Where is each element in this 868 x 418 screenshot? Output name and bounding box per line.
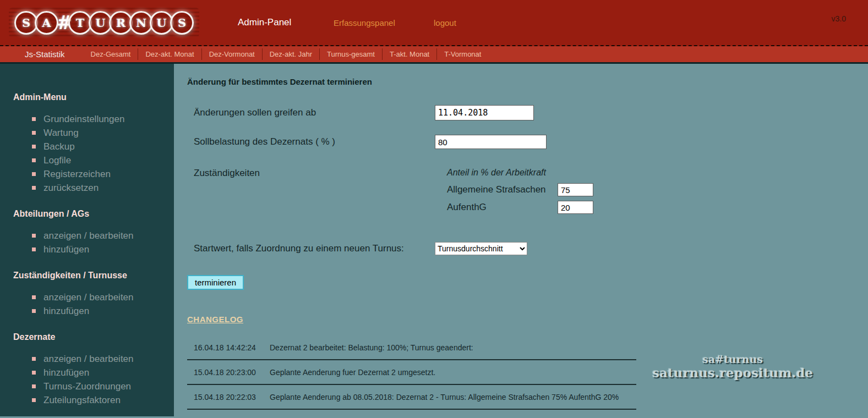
sidebar-section: Zuständigkeiten / Turnusse anzeigen / be… [13, 271, 174, 318]
square-bullet-icon [32, 357, 36, 361]
app-header: S A # T U R N U S Admin-Panel Erfassungs… [0, 0, 868, 46]
changelog-timestamp: 15.04.18 20:23:00 [194, 368, 270, 377]
sidebar-menu-item[interactable]: Turnus-Zuordnungen [32, 380, 174, 393]
startwert-select[interactable]: Turnusdurchschnitt [435, 242, 527, 255]
responsibility-name: Allgemeine Strafsachen [447, 184, 546, 195]
sidebar-section-title: Dezernate [13, 332, 174, 342]
sidebar-menu-item-label: Zuteilungsfaktoren [43, 393, 121, 407]
stats-nav-item[interactable]: Dez-akt. Jahr [262, 48, 319, 60]
square-bullet-icon [32, 398, 36, 402]
sidebar-menu-item-label: Logfile [43, 153, 71, 167]
stats-nav-item[interactable]: T-Vormonat [436, 48, 488, 60]
sidebar-menu-item[interactable]: Zuteilungsfaktoren [32, 393, 174, 407]
sidebar-menu-item[interactable]: zurücksetzen [32, 181, 174, 195]
square-bullet-icon [32, 295, 36, 299]
square-bullet-icon [32, 131, 36, 135]
stats-nav-items: Dez-GesamtDez-akt. MonatDez-VormonatDez-… [84, 46, 489, 62]
sidebar-menu-item[interactable]: Grundeinstellungen [32, 112, 174, 126]
changelog-timestamp: 15.04.18 20:22:03 [194, 393, 270, 402]
sidebar-menu-item-label: Turnus-Zuordnungen [43, 380, 131, 393]
stats-nav-item[interactable]: Dez-akt. Monat [138, 48, 201, 60]
watermark-app-name: sa#turnus [652, 353, 813, 365]
sidebar-section-title: Abteilungen / AGs [13, 209, 174, 219]
sidebar-section: Abteilungen / AGs anzeigen / bearbeiten … [13, 209, 174, 256]
sidebar-menu-item-label: Grundeinstellungen [43, 112, 124, 126]
square-bullet-icon [32, 371, 36, 375]
sidebar-menu-item-label: hinzufügen [43, 304, 89, 318]
stats-nav-item[interactable]: Dez-Gesamt [84, 48, 138, 60]
logo-letter: A [35, 11, 58, 35]
main-panel: Änderung für bestimmtes Dezernat termini… [174, 64, 868, 416]
changelog-link[interactable]: CHANGELOG [187, 315, 243, 324]
date-label: Änderungen sollen greifen ab [187, 107, 435, 118]
responsibility-row: AufenthG [447, 201, 593, 214]
sidebar-menu-item-label: Wartung [43, 126, 79, 140]
sidebar-section-list: anzeigen / bearbeiten hinzufügen Turnus-… [32, 352, 174, 407]
sidebar-menu-item[interactable]: hinzufügen [32, 366, 174, 380]
date-input[interactable] [435, 105, 534, 120]
load-percent-input[interactable] [435, 135, 547, 149]
sidebar-section: Admin-Menu Grundeinstellungen Wartung [13, 92, 174, 195]
stats-nav-item[interactable]: Dez-Vormonat [201, 48, 262, 60]
nav-js-statistik[interactable]: Js-Statistik [25, 50, 65, 59]
changelog-timestamp: 16.04.18 14:42:24 [194, 343, 270, 352]
share-header: Anteil in % der Arbeitkraft [447, 168, 600, 178]
page-title: Änderung für bestimmtes Dezernat termini… [187, 77, 868, 86]
responsibilities-block: Zuständigkeiten Anteil in % der Arbeitkr… [187, 168, 868, 218]
sidebar-menu-item-label: anzeigen / bearbeiten [43, 229, 134, 243]
sidebar-menu-item[interactable]: anzeigen / bearbeiten [32, 290, 174, 304]
sidebar-menu-item[interactable]: hinzufügen [32, 304, 174, 318]
stats-nav-item[interactable]: Turnus-gesamt [319, 48, 382, 60]
watermark-url: saturnus.repositum.de [652, 365, 813, 380]
terminieren-button[interactable]: terminieren [187, 275, 244, 290]
sidebar-section: Dezernate anzeigen / bearbeiten hinzufüg… [13, 332, 174, 407]
sidebar-menu-item-label: anzeigen / bearbeiten [43, 290, 134, 304]
square-bullet-icon [32, 248, 36, 251]
sidebar-menu-item[interactable]: hinzufügen [32, 243, 174, 256]
sidebar-menu-item[interactable]: Wartung [32, 126, 174, 140]
form-row-startwert: Startwert, falls Zuordnung zu einem neue… [187, 242, 868, 255]
sidebar-menu-item[interactable]: anzeigen / bearbeiten [32, 229, 174, 243]
square-bullet-icon [32, 234, 36, 238]
sidebar-section-title: Admin-Menu [13, 92, 174, 102]
startwert-label: Startwert, falls Zuordnung zu einem neue… [187, 243, 435, 254]
sidebar-menu-item[interactable]: Logfile [32, 153, 174, 167]
stats-nav-bar: Js-Statistik Dez-GesamtDez-akt. MonatDez… [0, 46, 868, 64]
sidebar-section-list: anzeigen / bearbeiten hinzufügen [32, 290, 174, 318]
square-bullet-icon [32, 117, 36, 121]
sidebar-menu-item-label: Registerzeichen [43, 167, 111, 181]
form-row-load: Sollbelastung des Dezernats ( % ) [187, 135, 868, 149]
sidebar-menu-item[interactable]: Registerzeichen [32, 167, 174, 181]
sidebar-section-list: anzeigen / bearbeiten hinzufügen [32, 229, 174, 256]
responsibility-percent-input[interactable] [558, 183, 593, 196]
changelog-message: Dezernat 2 bearbeitet: Belastung: 100%; … [270, 343, 636, 352]
square-bullet-icon [32, 384, 36, 388]
square-bullet-icon [32, 309, 36, 313]
sidebar-section-list: Grundeinstellungen Wartung Backup [32, 112, 174, 195]
responsibility-percent-input[interactable] [558, 201, 593, 214]
changelog-table: 16.04.18 14:42:24 Dezernat 2 bearbeitet:… [187, 336, 636, 410]
sidebar-menu-item[interactable]: anzeigen / bearbeiten [32, 352, 174, 366]
changelog-row: 15.04.18 20:22:03 Geplante Aenderung ab … [187, 385, 636, 410]
changelog-row: 16.04.18 14:42:24 Dezernat 2 bearbeitet:… [187, 336, 636, 360]
square-bullet-icon [32, 186, 36, 190]
sidebar-menu-item-label: Backup [43, 140, 75, 153]
load-label: Sollbelastung des Dezernats ( % ) [187, 136, 435, 147]
form-row-date: Änderungen sollen greifen ab [187, 105, 868, 120]
nav-admin-panel[interactable]: Admin-Panel [238, 17, 291, 28]
stats-nav-item[interactable]: T-akt. Monat [382, 48, 436, 60]
sidebar-menu-item[interactable]: Backup [32, 140, 174, 153]
responsibilities-label: Zuständigkeiten [187, 168, 435, 218]
sidebar-section-title: Zuständigkeiten / Turnusse [13, 271, 174, 280]
square-bullet-icon [32, 145, 36, 148]
changelog-row: 15.04.18 20:23:00 Geplante Aenderung fue… [187, 360, 636, 385]
nav-erfassungspanel[interactable]: Erfassungspanel [334, 18, 395, 28]
sidebar-menu-item-label: hinzufügen [43, 243, 89, 256]
nav-logout[interactable]: logout [434, 18, 456, 28]
changelog-message: Geplante Aenderung ab 08.05.2018: Dezern… [270, 393, 636, 402]
responsibilities-list: Anteil in % der Arbeitkraft Allgemeine S… [435, 168, 600, 218]
changelog-message: Geplante Aenderung fuer Dezernat 2 umges… [270, 368, 636, 377]
sidebar-menu-item-label: anzeigen / bearbeiten [43, 352, 134, 366]
sidebar-menu-item-label: hinzufügen [43, 366, 89, 380]
saturnus-logo[interactable]: S A # T U R N U S [9, 8, 199, 37]
